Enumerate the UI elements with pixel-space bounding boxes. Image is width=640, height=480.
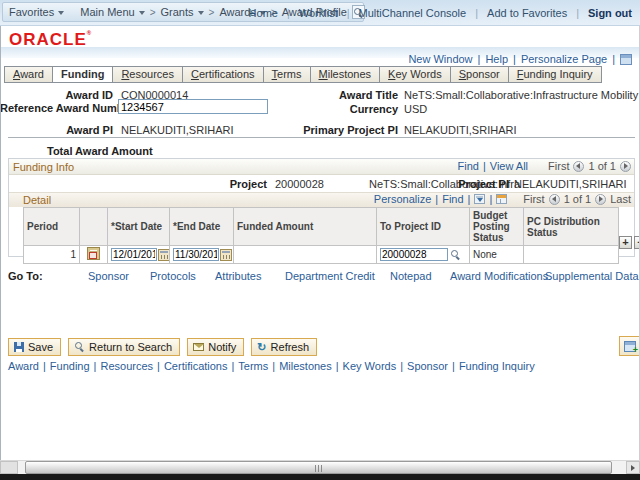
period-cell: 1 <box>24 246 80 264</box>
toolbar: Save Return to Search Notify ↻ Refresh <box>8 338 317 356</box>
footer-component-links: Award Funding Resources Certifications T… <box>8 360 535 372</box>
tab-terms[interactable]: Terms <box>263 66 311 83</box>
footer-link-key-words[interactable]: Key Words <box>343 360 407 372</box>
portal-links: Home Worklist MultiChannel Console Add t… <box>249 7 632 19</box>
new-window-link[interactable]: New Window <box>408 53 485 65</box>
detail-next-row-button[interactable] <box>595 194 606 205</box>
currency-value: USD <box>404 103 427 115</box>
funding-info-title: Funding Info <box>13 161 74 173</box>
breadcrumb-grants[interactable]: Grants <box>161 6 204 18</box>
column-period: Period <box>24 208 80 246</box>
footer-link-terms[interactable]: Terms <box>238 360 279 372</box>
pc-distribution-status-cell <box>524 246 619 264</box>
footer-link-funding-inquiry[interactable]: Funding Inquiry <box>459 360 535 372</box>
http-window-icon[interactable] <box>620 54 632 65</box>
column-end-date: *End Date <box>170 208 234 246</box>
goto-award-modifications-link[interactable]: Award Modifications <box>450 270 548 282</box>
tab-funding[interactable]: Funding <box>52 66 113 83</box>
add-row-button[interactable] <box>619 236 632 249</box>
download-grid-icon[interactable] <box>474 194 485 204</box>
save-button-label: Save <box>28 341 53 353</box>
refresh-button[interactable]: ↻ Refresh <box>251 338 317 356</box>
goto-attributes-link[interactable]: Attributes <box>215 270 261 282</box>
refresh-button-label: Refresh <box>271 341 310 353</box>
breadcrumb-favorites-label: Favorites <box>9 6 54 18</box>
notify-button[interactable]: Notify <box>187 338 244 356</box>
new-window-button[interactable] <box>619 336 640 356</box>
add-to-favorites-link[interactable]: Add to Favorites <box>487 7 588 19</box>
funding-info-find-link[interactable]: Find <box>457 160 478 172</box>
goto-notepad-link[interactable]: Notepad <box>390 270 432 282</box>
footer-link-award[interactable]: Award <box>8 360 50 372</box>
return-to-search-button[interactable]: Return to Search <box>68 338 180 356</box>
funding-info-view-all-link[interactable]: View All <box>490 160 528 172</box>
column-blank <box>80 208 108 246</box>
total-award-amount-label: Total Award Amount <box>47 145 153 157</box>
tab-sponsor[interactable]: Sponsor <box>450 66 509 83</box>
separator: | <box>483 160 486 172</box>
zoom-grid-icon[interactable] <box>496 194 507 204</box>
funding-info-groupbox: Funding Info Find | View All First 1 of … <box>8 158 635 257</box>
start-date-calendar-icon[interactable] <box>158 249 170 261</box>
tab-resources[interactable]: Resources <box>112 66 183 83</box>
award-pi-label: Award PI <box>0 124 113 136</box>
start-date-input[interactable] <box>111 248 157 261</box>
separator: | <box>435 193 438 205</box>
sign-out-link[interactable]: Sign out <box>588 7 632 19</box>
horizontal-scrollbar[interactable] <box>0 460 640 474</box>
end-date-calendar-icon[interactable] <box>220 249 232 261</box>
to-project-id-lookup-icon[interactable] <box>450 249 461 260</box>
notify-button-label: Notify <box>208 341 236 353</box>
multichannel-console-link[interactable]: MultiChannel Console <box>359 7 487 19</box>
detail-find-link[interactable]: Find <box>442 193 463 205</box>
worklist-link[interactable]: Worklist <box>299 7 359 19</box>
chevron-down-icon <box>58 11 64 15</box>
scrollbar-left-stub[interactable] <box>0 461 18 474</box>
funding-info-next-row-button[interactable] <box>620 161 631 172</box>
funding-info-header: Funding Info Find | View All First 1 of … <box>9 159 634 175</box>
funding-info-first-label: First <box>548 160 569 172</box>
column-budget-posting-status: Budget Posting Status <box>470 208 524 246</box>
help-link[interactable]: Help <box>485 53 520 65</box>
grid-data-row: 1 None <box>24 246 619 264</box>
save-button[interactable]: Save <box>8 338 61 356</box>
tab-key-words[interactable]: Key Words <box>379 66 451 83</box>
refresh-icon: ↻ <box>257 342 266 352</box>
project-value: 20000028 <box>275 178 324 190</box>
personalize-page-link[interactable]: Personalize Page <box>521 53 620 65</box>
tab-funding-inquiry[interactable]: Funding Inquiry <box>508 66 602 83</box>
detail-previous-row-button[interactable] <box>549 194 560 205</box>
breadcrumb-favorites[interactable]: Favorites <box>9 6 64 18</box>
tab-milestones[interactable]: Milestones <box>310 66 381 83</box>
footer-link-milestones[interactable]: Milestones <box>279 360 342 372</box>
goto-department-credit-link[interactable]: Department Credit <box>285 270 375 282</box>
breadcrumb-grants-label: Grants <box>161 6 194 18</box>
goto-protocols-link[interactable]: Protocols <box>150 270 196 282</box>
new-window-plus-icon <box>624 341 636 352</box>
reference-award-number-label: Reference Award Number <box>0 102 113 114</box>
bottom-taskbar <box>0 474 640 480</box>
footer-link-sponsor[interactable]: Sponsor <box>407 360 459 372</box>
scrollbar-right-arrow[interactable] <box>626 461 640 474</box>
footer-link-resources[interactable]: Resources <box>100 360 163 372</box>
separator: | <box>468 193 471 205</box>
return-to-search-label: Return to Search <box>89 341 172 353</box>
goto-supplemental-data-link[interactable]: Supplemental Data <box>545 270 639 282</box>
funding-distribution-icon[interactable] <box>87 247 100 260</box>
to-project-id-input[interactable] <box>380 248 448 261</box>
home-link[interactable]: Home <box>249 7 299 19</box>
component-tabs: Award Funding Resources Certifications T… <box>4 66 602 83</box>
footer-link-funding[interactable]: Funding <box>50 360 101 372</box>
scrollbar-thumb[interactable] <box>25 461 612 474</box>
detail-personalize-link[interactable]: Personalize <box>374 193 431 205</box>
tab-certifications[interactable]: Certifications <box>182 66 264 83</box>
funding-info-previous-row-button[interactable] <box>573 161 584 172</box>
primary-project-pi-label: Primary Project PI <box>240 124 398 136</box>
goto-sponsor-link[interactable]: Sponsor <box>88 270 129 282</box>
detail-first-label: First <box>523 193 544 205</box>
tab-award[interactable]: Award <box>4 66 53 83</box>
end-date-input[interactable] <box>173 248 219 261</box>
chevron-down-icon <box>198 11 204 15</box>
breadcrumb-main-menu[interactable]: Main Menu <box>80 6 144 18</box>
footer-link-certifications[interactable]: Certifications <box>164 360 238 372</box>
